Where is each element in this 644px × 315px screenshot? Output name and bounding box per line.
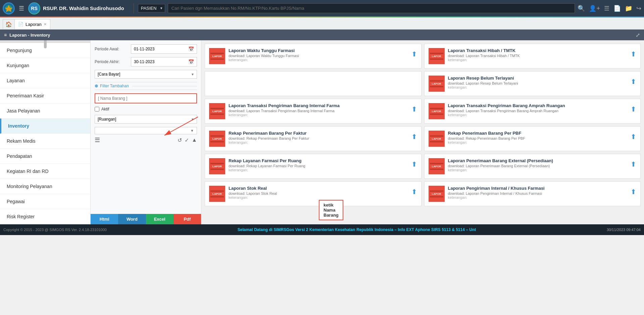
report-thumb: LAPOR bbox=[429, 76, 445, 92]
download-icon[interactable]: ⬆ bbox=[631, 78, 636, 86]
tab-laporan-close[interactable]: ✕ bbox=[44, 22, 47, 27]
copyright-text: Copyright © 2015 - 2023 @ SIMGOS RS Ver.… bbox=[3, 228, 107, 232]
report-card-pengiriman-internal-khusus[interactable]: LAPOR Laporan Pengiriman Internal / Khus… bbox=[424, 181, 641, 206]
btn-word[interactable]: Word bbox=[118, 214, 146, 224]
download-icon[interactable]: ⬆ bbox=[631, 105, 636, 113]
tab-laporan-label: Laporan bbox=[26, 22, 42, 27]
file-icon[interactable]: 📄 bbox=[613, 5, 621, 12]
hamburger-icon[interactable]: ☰ bbox=[17, 3, 26, 13]
report-title: Rekap Layanan Farmasi Per Ruang bbox=[229, 158, 408, 163]
filter-tambahan-row[interactable]: ⊕ Filter Tambahan bbox=[95, 82, 197, 90]
section-header-icon: ≡ bbox=[4, 32, 7, 38]
section-header-title: Laporan - Inventory bbox=[9, 33, 50, 38]
search-icon[interactable]: 🔍 bbox=[578, 5, 585, 12]
add-user-icon[interactable]: 👤+ bbox=[589, 5, 600, 12]
aktif-checkbox[interactable] bbox=[95, 107, 99, 111]
marquee-text: Selamat Datang di SIMRSGos Versi 2 Kemen… bbox=[110, 227, 603, 232]
sidebar-item-jasa-pelayanan[interactable]: Jasa Pelayanan bbox=[0, 103, 90, 119]
btn-excel[interactable]: Excel bbox=[146, 214, 174, 224]
sidebar-item-inventory[interactable]: Inventory bbox=[0, 119, 90, 134]
sidebar-item-kunjungan[interactable]: Kunjungan bbox=[0, 58, 90, 73]
cara-bayar-select[interactable]: [Cara Bayar] bbox=[95, 70, 197, 79]
report-card-laporan-transaksi-hibah[interactable]: LAPOR Laporan Transaksi Hibah / TMTK dow… bbox=[424, 44, 641, 69]
filter-tambahan-line bbox=[132, 86, 197, 86]
report-keterangan: keterangan: bbox=[229, 140, 408, 144]
calendar-awal-icon: 📅 bbox=[188, 46, 194, 52]
report-card-rekap-penerimaan-per-pbf[interactable]: LAPOR Rekap Penerimaan Barang Per PBF do… bbox=[424, 126, 641, 151]
download-icon[interactable]: ⬆ bbox=[411, 105, 417, 113]
tab-laporan[interactable]: 📄 Laporan ✕ bbox=[15, 19, 50, 29]
topbar: ☰ RS RSUP. DR. Wahidin Sudirohusodo PASI… bbox=[0, 0, 644, 17]
patient-select[interactable]: PASIEN bbox=[138, 4, 165, 12]
report-card-laporan-resep-belum-terlayani[interactable]: LAPOR Laporan Resep Belum Terlayani down… bbox=[424, 71, 641, 96]
report-card-rekap-penerimaan-per-faktur[interactable]: LAPOR Rekap Penerimaan Barang Per Faktur… bbox=[205, 126, 422, 151]
section-expand-icon[interactable]: ⤢ bbox=[636, 32, 640, 38]
statusbar: Copyright © 2015 - 2023 @ SIMGOS RS Ver.… bbox=[0, 224, 644, 235]
report-info: Laporan Pengiriman Internal / Khusus Far… bbox=[448, 186, 628, 199]
periode-awal-input[interactable]: 01-11-2023 📅 bbox=[131, 44, 197, 54]
report-title: Laporan Transaksi Pengiriman Barang Inte… bbox=[229, 103, 408, 108]
download-icon[interactable]: ⬆ bbox=[631, 50, 636, 58]
list-icon[interactable]: ☰ bbox=[604, 5, 609, 12]
report-keterangan: keterangan: bbox=[448, 58, 628, 62]
report-thumb: LAPOR bbox=[429, 186, 445, 202]
report-title: Laporan Transaksi Hibah / TMTK bbox=[448, 48, 628, 53]
reports-grid: LAPOR Laporan Waktu Tunggu Farmasi downl… bbox=[205, 44, 641, 206]
periode-awal-label: Periode Awal: bbox=[95, 47, 128, 51]
download-icon[interactable]: ⬆ bbox=[631, 188, 636, 196]
download-icon[interactable]: ⬆ bbox=[411, 133, 417, 141]
report-thumb: LAPOR bbox=[209, 48, 225, 64]
report-card-pengiriman-internal-farma[interactable]: LAPOR Laporan Transaksi Pengiriman Baran… bbox=[205, 99, 422, 124]
sidebar-item-penerimaan-kasir[interactable]: Penerimaan Kasir bbox=[0, 88, 90, 103]
annotation-text: ketik Nama Barang bbox=[324, 203, 339, 218]
report-info: Laporan Penerimaan Barang External (Pers… bbox=[448, 158, 628, 172]
app-logo bbox=[3, 2, 15, 14]
filter-tambahan-plus-icon: ⊕ bbox=[95, 84, 98, 88]
download-icon[interactable]: ⬆ bbox=[631, 160, 636, 168]
scroll-indicator bbox=[0, 40, 90, 43]
annotation-arrow bbox=[158, 115, 201, 142]
report-title: Laporan Penerimaan Barang External (Pers… bbox=[448, 158, 628, 163]
report-keterangan: keterangan: bbox=[229, 168, 408, 172]
report-download: download: Rekap Layanan Farmasi Per Ruan… bbox=[229, 164, 408, 168]
report-card-pengiriman-amprah-ruangan[interactable]: LAPOR Laporan Transaksi Pengiriman Baran… bbox=[424, 99, 641, 124]
list-view-icon[interactable]: ☰ bbox=[95, 136, 100, 144]
annotation-box: ketik Nama Barang bbox=[319, 200, 343, 220]
report-info: Rekap Penerimaan Barang Per PBF download… bbox=[448, 131, 628, 144]
download-icon[interactable]: ⬆ bbox=[411, 50, 417, 58]
sidebar-item-kegiatan-ri-rd[interactable]: Kegiatan RI dan RD bbox=[0, 164, 90, 179]
folder-icon[interactable]: 📁 bbox=[625, 5, 632, 12]
periode-akhir-input[interactable]: 30-11-2023 📅 bbox=[131, 57, 197, 66]
report-card-laporan-waktu-tunggu-farmasi[interactable]: LAPOR Laporan Waktu Tunggu Farmasi downl… bbox=[205, 44, 422, 69]
report-download: download: Laporan Resep Belum Terlayani bbox=[448, 81, 628, 85]
report-download: download: Laporan Penerimaan Barang Exte… bbox=[448, 164, 628, 168]
report-info: Laporan Resep Belum Terlayani download: … bbox=[448, 76, 628, 89]
download-icon[interactable]: ⬆ bbox=[631, 133, 636, 141]
patient-search-input[interactable] bbox=[168, 3, 575, 13]
btn-pdf[interactable]: Pdf bbox=[174, 214, 201, 224]
report-keterangan: keterangan: bbox=[448, 85, 628, 89]
scroll-handle[interactable] bbox=[44, 40, 47, 48]
empty-card bbox=[205, 71, 422, 96]
report-download: download: Laporan Transaksi Pengiriman B… bbox=[448, 109, 628, 113]
btn-html[interactable]: Html bbox=[91, 214, 118, 224]
download-icon[interactable]: ⬆ bbox=[411, 188, 417, 196]
report-card-penerimaan-external-persediaan[interactable]: LAPOR Laporan Penerimaan Barang External… bbox=[424, 154, 641, 179]
sidebar-item-pegawai[interactable]: Pegawai bbox=[0, 194, 90, 209]
cara-bayar-wrapper[interactable]: [Cara Bayar] bbox=[95, 70, 197, 79]
sidebar-item-rekam-medis[interactable]: Rekam Medis bbox=[0, 134, 90, 149]
nama-barang-input[interactable] bbox=[95, 93, 197, 103]
reports-area: LAPOR Laporan Waktu Tunggu Farmasi downl… bbox=[201, 40, 644, 224]
sidebar-item-monitoring-pelayanan[interactable]: Monitoring Pelayanan bbox=[0, 179, 90, 194]
report-card-laporan-stok-real[interactable]: LAPOR Laporan Stok Real download: Lapora… bbox=[205, 181, 422, 206]
sidebar-item-pendapatan[interactable]: Pendapatan bbox=[0, 149, 90, 164]
download-icon[interactable]: ⬆ bbox=[411, 160, 417, 168]
sidebar-item-risk-register[interactable]: Risk Register bbox=[0, 209, 90, 224]
sidebar-item-layanan[interactable]: Layanan bbox=[0, 73, 90, 88]
signout-icon[interactable]: ↪ bbox=[636, 5, 641, 12]
patient-dropdown-wrap[interactable]: PASIEN bbox=[138, 4, 165, 12]
tab-home[interactable]: 🏠 bbox=[3, 19, 15, 29]
report-download: download: Laporan Transaksi Hibah / TMTK bbox=[448, 54, 628, 58]
report-card-rekap-layanan-farmasi[interactable]: LAPOR Rekap Layanan Farmasi Per Ruang do… bbox=[205, 154, 422, 179]
tabbar: 🏠 📄 Laporan ✕ bbox=[0, 17, 644, 30]
